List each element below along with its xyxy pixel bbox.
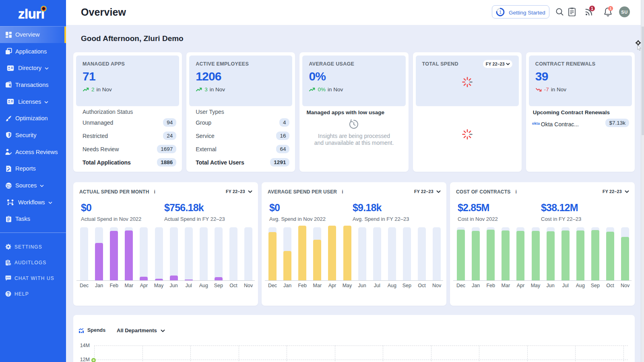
svg-text:1: 1 — [499, 10, 502, 14]
